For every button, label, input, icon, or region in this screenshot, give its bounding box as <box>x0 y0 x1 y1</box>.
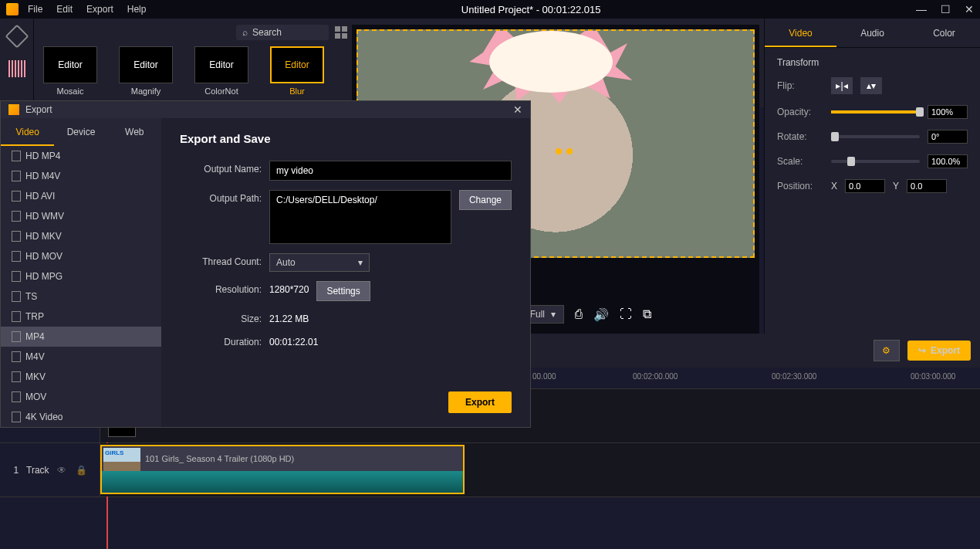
track-1-body[interactable]: GIRLS 101 Girls_ Season 4 Trailer (1080p… <box>100 443 980 496</box>
pos-y-input[interactable]: 0.0 <box>907 179 947 193</box>
format-trp[interactable]: TRP <box>1 307 161 327</box>
scale-value[interactable]: 100.0% <box>928 154 968 168</box>
format-mkv[interactable]: MKV <box>1 367 161 387</box>
menu-export[interactable]: Export <box>86 4 113 15</box>
rotate-slider[interactable] <box>831 135 920 138</box>
speech-bubble-overlay[interactable] <box>466 29 636 108</box>
settings-button[interactable]: Settings <box>316 281 370 301</box>
dialog-title: Export <box>25 104 52 115</box>
thread-count-select[interactable]: Auto▾ <box>269 253 370 272</box>
format-list[interactable]: HD MP4HD M4VHD AVIHD WMVHD MKVHD MOVHD M… <box>1 146 161 427</box>
export-confirm-button[interactable]: Export <box>448 391 512 413</box>
ruler-tick: 00:02:00.000 <box>633 372 678 381</box>
close-icon[interactable]: ✕ <box>965 3 974 15</box>
format-mp4[interactable]: MP4 <box>1 327 161 347</box>
window-title: Untitled Project* - 00:01:22.015 <box>146 4 916 15</box>
properties-panel: Video Audio Color Transform Flip: ▸|◂ ▴▾… <box>764 19 980 334</box>
dialog-titlebar[interactable]: Export ✕ <box>1 101 530 118</box>
format-ts[interactable]: TS <box>1 286 161 307</box>
format-hd-avi[interactable]: HD AVI <box>1 186 161 206</box>
flip-horizontal-icon[interactable]: ▸|◂ <box>831 77 853 94</box>
format-hd-mov[interactable]: HD MOV <box>1 246 161 266</box>
size-label: Size: <box>180 310 262 324</box>
layers-icon[interactable] <box>5 24 29 48</box>
opacity-slider[interactable] <box>831 110 920 114</box>
lock-icon[interactable]: 🔒 <box>76 465 86 476</box>
change-button[interactable]: Change <box>459 190 512 210</box>
menu-file[interactable]: File <box>28 4 42 15</box>
track-number: 1 <box>13 465 19 476</box>
editor-mosaic[interactable]: EditorMosaic <box>43 46 97 96</box>
volume-icon[interactable]: 🔊 <box>593 307 609 322</box>
tab-video[interactable]: Video <box>765 19 836 47</box>
fullscreen-icon[interactable]: ⛶ <box>620 307 632 321</box>
format-4k-video[interactable]: 4K Video <box>1 407 161 427</box>
format-hd-wmv[interactable]: HD WMV <box>1 206 161 226</box>
output-name-label: Output Name: <box>180 161 262 175</box>
search-input[interactable]: ⌕ Search <box>236 25 329 40</box>
scale-slider[interactable] <box>831 160 920 163</box>
rotate-value[interactable]: 0° <box>928 130 968 144</box>
ruler-tick: 00:03:00.000 <box>911 372 955 381</box>
close-icon[interactable]: ✕ <box>513 103 522 116</box>
opacity-label: Opacity: <box>777 107 823 117</box>
detach-icon[interactable]: ⧉ <box>643 307 651 321</box>
opacity-value[interactable]: 100% <box>928 105 968 119</box>
search-placeholder: Search <box>252 27 282 38</box>
render-icon[interactable]: ⚙ <box>874 340 900 361</box>
dialog-heading: Export and Save <box>180 132 512 145</box>
titlebar: File Edit Export Help Untitled Project* … <box>0 0 980 19</box>
menu-help[interactable]: Help <box>127 4 147 15</box>
format-hd-mp4[interactable]: HD MP4 <box>1 146 161 166</box>
format-m4v[interactable]: M4V <box>1 347 161 367</box>
format-hd-m4v[interactable]: HD M4V <box>1 166 161 186</box>
main-menu: File Edit Export Help <box>28 4 146 15</box>
thread-count-label: Thread Count: <box>180 253 262 267</box>
app-logo-icon <box>6 3 19 15</box>
export-tab-video[interactable]: Video <box>1 118 54 146</box>
dialog-main: Export and Save Output Name: Output Path… <box>161 118 530 427</box>
export-icon: ↪ <box>918 345 926 356</box>
ruler-tick: 00.000 <box>532 372 556 381</box>
editor-magnify[interactable]: EditorMagnify <box>119 46 173 96</box>
editor-colornot[interactable]: EditorColorNot <box>194 46 248 96</box>
output-name-input[interactable] <box>269 161 512 181</box>
dialog-sidebar: Video Device Web HD MP4HD M4VHD AVIHD WM… <box>1 118 161 427</box>
props-tabs: Video Audio Color <box>765 19 980 48</box>
format-hd-mkv[interactable]: HD MKV <box>1 226 161 246</box>
video-clip[interactable]: GIRLS 101 Girls_ Season 4 Trailer (1080p… <box>100 445 465 494</box>
export-button[interactable]: ↪ Export <box>907 341 971 361</box>
duration-value: 00:01:22.01 <box>269 334 318 347</box>
format-mov[interactable]: MOV <box>1 387 161 407</box>
tab-audio[interactable]: Audio <box>836 19 908 47</box>
app-logo-icon <box>8 104 19 115</box>
pos-x-input[interactable]: 0.0 <box>845 179 885 193</box>
selection-handle[interactable] <box>566 148 573 154</box>
visibility-icon[interactable]: 👁 <box>57 465 68 476</box>
output-path-label: Output Path: <box>180 190 262 204</box>
audio-icon[interactable] <box>8 60 25 77</box>
resolution-label: Resolution: <box>180 281 262 295</box>
menu-edit[interactable]: Edit <box>56 4 73 15</box>
grid-view-icon[interactable] <box>335 26 347 39</box>
chevron-down-icon: ▾ <box>358 257 363 268</box>
editor-blur[interactable]: EditorBlur <box>270 46 324 96</box>
ruler-tick: 00:02:30.000 <box>772 372 816 381</box>
left-rail <box>0 19 34 107</box>
maximize-icon[interactable]: ☐ <box>941 3 951 15</box>
snapshot-icon[interactable]: ⎙ <box>575 307 583 321</box>
export-tab-web[interactable]: Web <box>108 118 161 146</box>
tab-color[interactable]: Color <box>908 19 980 47</box>
format-hd-mpg[interactable]: HD MPG <box>1 266 161 286</box>
rotate-label: Rotate: <box>777 131 823 142</box>
selection-handle[interactable] <box>556 148 562 154</box>
track-1: 1 Track 👁 🔒 GIRLS 101 Girls_ Season 4 Tr… <box>0 443 980 497</box>
flip-vertical-icon[interactable]: ▴▾ <box>860 77 882 94</box>
export-tab-device[interactable]: Device <box>54 118 107 146</box>
clip-waveform <box>102 471 463 493</box>
scale-label: Scale: <box>777 156 823 167</box>
output-path-input[interactable]: C:/Users/DELL/Desktop/ <box>269 190 451 244</box>
resolution-value: 1280*720 <box>269 281 309 295</box>
chevron-down-icon: ▾ <box>551 309 556 320</box>
minimize-icon[interactable]: — <box>916 3 927 15</box>
